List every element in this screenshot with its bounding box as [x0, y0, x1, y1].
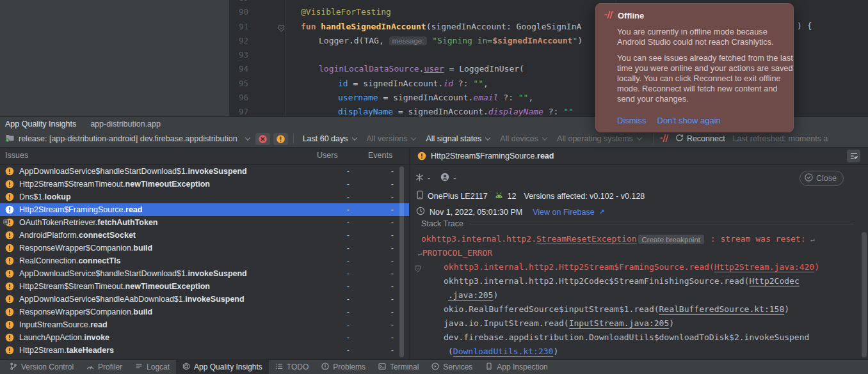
close-label: Close — [816, 174, 837, 183]
view-on-firebase-link[interactable]: View on Firebase — [533, 208, 594, 217]
chevron-down-icon — [637, 135, 642, 140]
stack-frame: (DownloadUtils.kt:230) — [410, 345, 860, 359]
services-icon — [431, 362, 439, 372]
signal-states-filter[interactable]: All signal states — [422, 134, 494, 143]
refresh-icon — [675, 134, 684, 144]
toolbar-separator — [653, 134, 654, 144]
timestamp-row: Nov 1, 2022, 05:01:30 PM View on Firebas… — [416, 206, 868, 217]
toolwindow-button-app-inspection[interactable]: App Inspection — [479, 360, 554, 374]
android-icon — [494, 191, 504, 201]
details-scrollbar[interactable] — [862, 232, 867, 357]
problems-icon — [321, 362, 329, 372]
warning-icon — [5, 167, 14, 176]
panel-title: App Quality Insights — [5, 120, 76, 129]
issue-name: ResponseWrapper$Companion.build — [19, 306, 307, 318]
warning-icon — [417, 152, 426, 160]
issue-row[interactable]: ResponseWrapper$Companion.build-- — [0, 306, 409, 318]
users-count: - — [307, 254, 351, 267]
tool-window-bar: Version ControlProfilerLogcatApp Quality… — [0, 359, 868, 374]
clock-icon — [416, 206, 425, 217]
tab-app-distribution[interactable]: app-distribution.app — [90, 120, 161, 129]
check-circle-icon — [805, 173, 813, 183]
issue-row[interactable]: ResponseWrapper$Companion.build-- — [0, 242, 409, 254]
users-count: - — [307, 229, 351, 242]
device-row: OnePlus LE2117 12 Versions affected: v0.… — [416, 191, 868, 201]
operating-systems-filter[interactable]: All operating systems — [553, 134, 645, 143]
warning-icon — [5, 333, 14, 342]
stack-source-link[interactable]: .java:205 — [448, 290, 493, 300]
issue-row[interactable]: OAuthTokenRetriever.fetchAuthToken-- — [0, 216, 409, 229]
chevron-down-icon — [411, 135, 416, 140]
toolwindow-button-logcat[interactable]: Logcat — [129, 360, 176, 374]
toolwindow-button-services[interactable]: Services — [425, 360, 479, 374]
users-count: - — [307, 191, 351, 203]
toolwindow-button-app-quality-insights[interactable]: App Quality Insights — [176, 360, 269, 374]
dismiss-link[interactable]: Dismiss — [617, 116, 647, 125]
toolwindow-button-todo[interactable]: TODO — [269, 360, 315, 374]
warning-icon — [5, 244, 14, 253]
dont-show-again-link[interactable]: Don't show again — [657, 116, 721, 125]
events-count: - — [428, 174, 430, 183]
users-count: - — [307, 331, 351, 344]
stack-frame: okhttp3.internal.http2.Http2Stream$Frami… — [410, 260, 860, 274]
issue-name: RealConnection.connectTls — [19, 254, 307, 267]
reconnect-label: Reconnect — [687, 134, 725, 143]
chevron-down-icon — [351, 135, 357, 140]
issue-row[interactable]: Http2Stream$StreamTimeout.newTimeoutExce… — [0, 280, 409, 293]
stack-source-link[interactable]: DownloadUtils.kt:230 — [453, 347, 554, 356]
issue-row[interactable]: Dns$1.lookup-- — [0, 191, 409, 203]
stack-source-link[interactable]: InputStream.java:205 — [569, 318, 670, 328]
toolwindow-button-profiler[interactable]: Profiler — [80, 360, 129, 374]
time-range-filter[interactable]: Last 60 days — [299, 134, 360, 143]
warning-icon — [5, 282, 14, 291]
stack-source-link[interactable]: RealBufferedSource.kt:158 — [659, 304, 785, 314]
fatal-filter-button[interactable] — [255, 133, 270, 145]
section-divider — [470, 224, 854, 224]
users-count: - — [307, 306, 351, 318]
stack-source-link[interactable]: Http2Codec — [749, 276, 799, 286]
versions-filter[interactable]: All versions — [363, 134, 420, 143]
code-fragment-after-popup: ) { — [797, 21, 812, 35]
issue-row[interactable]: Http2Stream$StreamTimeout.newTimeoutExce… — [0, 178, 409, 191]
stack-source-link[interactable]: Http2Stream.java:420 — [714, 262, 815, 272]
issue-row[interactable]: AppDownloadService$handleAabDownload$1.i… — [0, 293, 409, 306]
warning-icon — [5, 295, 14, 304]
fold-marker-icon[interactable] — [278, 25, 285, 35]
toolwindow-button-problems[interactable]: Problems — [315, 360, 372, 374]
devices-filter[interactable]: All devices — [496, 134, 551, 143]
reconnect-button[interactable]: Reconnect — [675, 134, 725, 144]
issue-row[interactable]: Http2Stream$FramingSource.read-- — [0, 203, 409, 216]
toolwindow-button-terminal[interactable]: Terminal — [372, 360, 425, 374]
terminal-icon — [378, 362, 386, 372]
toolwindow-button-version-control[interactable]: Version Control — [3, 360, 80, 374]
issue-row[interactable]: LaunchAppAction.invoke-- — [0, 331, 409, 344]
issues-scrollbar[interactable] — [399, 166, 404, 357]
nonfatal-filter-button[interactable] — [273, 133, 288, 145]
module-selector[interactable]: release: [app-distribution-android] dev.… — [5, 134, 250, 144]
issue-row[interactable]: AppDownloadService$handleStartDownload$1… — [0, 165, 409, 178]
column-users: Users — [307, 148, 351, 164]
note-badge-icon — [3, 215, 8, 228]
issue-row[interactable]: RealConnection.connectTls-- — [0, 254, 409, 267]
issue-row[interactable]: AndroidPlatform.connectSocket-- — [0, 229, 409, 242]
warning-icon — [5, 308, 14, 316]
chevron-down-icon — [245, 135, 250, 140]
versions-affected: Versions affected: v0.102 - v0.128 — [524, 192, 645, 201]
stack-frame: okhttp3.internal.http2.StreamResetExcept… — [410, 232, 860, 246]
warning-icon — [5, 320, 14, 329]
issue-name: Http2Stream$StreamTimeout.newTimeoutExce… — [19, 280, 307, 293]
crashlytics-icon — [660, 134, 669, 144]
logcat-icon — [135, 362, 143, 372]
soft-wrap-button[interactable] — [847, 150, 860, 162]
users-count: - — [307, 267, 351, 280]
todo-icon — [275, 362, 283, 372]
users-count: - — [307, 293, 351, 306]
stack-source-link[interactable]: StreamResetException — [536, 234, 637, 244]
issue-row[interactable]: Http2Stream.takeHeaders-- — [0, 344, 409, 357]
issue-row[interactable]: InputStreamSource.read-- — [0, 318, 409, 331]
close-issue-button[interactable]: Close — [800, 171, 844, 186]
popup-actions: DismissDon't show again — [617, 116, 721, 125]
issue-name: InputStreamSource.read — [19, 318, 307, 331]
issue-name: Dns$1.lookup — [19, 191, 307, 203]
issue-row[interactable]: AppDownloadService$handleStartDownload$1… — [0, 267, 409, 280]
